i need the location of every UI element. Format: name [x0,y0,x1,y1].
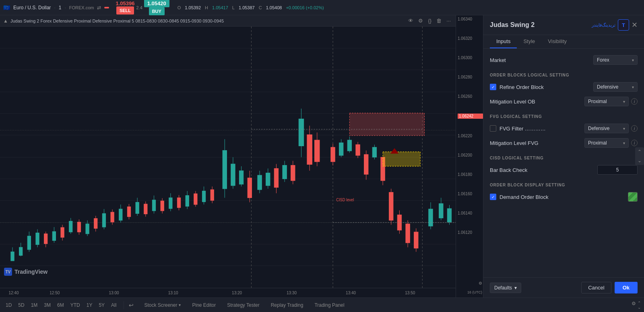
chart-watermark: TV TradingView [4,268,47,276]
replay-icon[interactable]: ↩ [129,302,134,308]
timeframe[interactable]: 1 [59,5,62,10]
mitigation-ob-info-icon[interactable]: i [631,98,638,105]
cancel-button[interactable]: Cancel [581,282,611,293]
time-label-1350: 13:50 [405,291,415,295]
delete-icon[interactable]: 🗑 [435,17,443,25]
chart-canvas[interactable]: CISD level TV TradingView [0,27,456,288]
svg-rect-58 [299,119,303,146]
mitigation-fvg-info-icon[interactable]: i [631,140,638,146]
tab-inputs[interactable]: Inputs [490,35,517,48]
tab-visibility[interactable]: Visibility [541,35,573,48]
svg-rect-20 [19,247,23,255]
ok-button[interactable]: Ok [615,282,638,293]
bar-back-input[interactable] [597,165,638,175]
brand-text: تریدینگ‌فایندر [592,23,615,28]
mitigation-fvg-dropdown[interactable]: Proximal ▾ [584,138,629,148]
bottom-nav-stock-screener[interactable]: Stock Screener ▾ [138,301,186,310]
svg-rect-80 [111,212,114,222]
mitigation-ob-dropdown[interactable]: Proximal ▾ [584,97,629,106]
price-change: +0.00016 (+0.02%) [286,5,324,10]
mitigation-fvg-dropdown-arrow: ▾ [623,141,625,145]
refine-dropdown[interactable]: Defensive ▾ [593,82,638,92]
refine-label: ✓ Refine Order Block [490,84,544,90]
fvg-filter-checkbox[interactable] [490,125,496,132]
ohlc-bar: O 1.05392 H 1.05417 L 1.05387 C 1.05408 … [178,5,324,10]
buy-button[interactable]: BUY [149,7,165,15]
period-1y[interactable]: 1Y [84,301,95,309]
mitigation-ob-label: Mitigation Level OB [490,99,535,105]
period-6m[interactable]: 6M [55,301,66,309]
sell-price: 1.05396 [116,0,134,6]
pine-editor-label: Pine Editor [192,302,216,308]
scroll-down-button[interactable]: ⌄ [635,156,644,165]
tab-style[interactable]: Style [517,35,541,48]
candlestick-chart: CISD level [0,27,456,288]
svg-rect-104 [331,147,335,162]
period-1m[interactable]: 1M [29,301,40,309]
l-label: L [232,5,235,10]
demand-ob-control [628,192,638,202]
close-button[interactable]: ✕ [632,21,638,29]
right-panel: Judas Swing 2 تریدینگ‌فایندر T ✕ Inputs … [483,15,644,298]
svg-rect-96 [274,168,278,187]
fvg-filter-dropdown[interactable]: Defensive ▾ [584,124,629,133]
bottom-settings-icon[interactable]: ⚙ [632,301,636,310]
mitigation-ob-label-text: Mitigation Level OB [490,99,535,105]
more-icon[interactable]: ··· [445,17,452,25]
svg-rect-24 [36,233,39,244]
fvg-filter-label: FVG Filter ………… [490,125,546,132]
fvg-filter-dropdown-arrow: ▾ [623,126,625,131]
mitigation-fvg-label-text: Mitigation Level FVG [490,140,539,146]
period-5y[interactable]: 5Y [96,301,107,309]
bottom-nav-replay-trading[interactable]: Replay Trading [265,301,309,310]
period-ytd[interactable]: YTD [68,301,83,309]
settings-gear-icon[interactable]: ⚙ [479,281,482,285]
arrow-down-icon[interactable]: ⌄ [638,305,641,310]
scroll-up-button[interactable]: ⌃ [635,147,644,156]
svg-rect-116 [406,224,410,243]
price-label: 1.06180 [458,172,483,177]
stock-screener-label: Stock Screener [144,302,177,308]
period-1d[interactable]: 1D [3,301,14,309]
mitigation-ob-dropdown-arrow: ▾ [623,99,625,104]
symbol-compare-icon[interactable]: ⇄ [97,5,101,10]
symbol-name: Euro / U.S. Dollar [13,5,51,10]
settings-icon[interactable]: ⚙ [417,17,425,25]
arrow-up-icon[interactable]: ⌃ [638,301,641,305]
market-dropdown[interactable]: Forex ▾ [593,55,638,65]
market-label: Market [490,57,506,63]
price-label: 1.06220 [458,134,483,138]
period-5d[interactable]: 5D [16,301,27,309]
svg-rect-64 [372,147,376,157]
defaults-dropdown[interactable]: Defaults ▾ [490,283,521,293]
sell-button[interactable]: SELL [116,6,134,14]
period-3m[interactable]: 3M [41,301,53,309]
mitigation-fvg-label: Mitigation Level FVG [490,140,539,146]
collapse-icon[interactable]: ▲ [3,18,8,24]
time-label-1340: 13:40 [346,291,356,295]
demand-color-swatch[interactable] [628,192,638,202]
panel-scroll[interactable]: Market Forex ▾ ORDER BLOCKS LOGICAL SETT… [483,49,644,277]
stock-screener-arrow: ▾ [179,303,181,307]
fvg-filter-info-icon[interactable]: i [631,125,638,132]
eye-icon[interactable]: 👁 [407,17,415,25]
lock-icon[interactable]: {} [426,17,433,25]
bar-back-label-text: Bar Back Check [490,167,527,173]
svg-rect-82 [127,207,130,217]
indicator-label[interactable]: Judas Swing 2 Forex Defensive Proximal D… [10,19,224,23]
price-label: 1.06140 [458,211,483,215]
price-label: 1.06320 [458,36,483,41]
chart-area: ▲ Judas Swing 2 Forex Defensive Proximal… [0,15,456,298]
refine-checkbox[interactable]: ✓ [490,84,496,90]
panel-body: Market Forex ▾ ORDER BLOCKS LOGICAL SETT… [483,49,644,216]
demand-ob-checkbox[interactable]: ✓ [490,194,496,200]
svg-rect-119 [349,113,424,136]
bottom-nav-strategy-tester[interactable]: Strategy Tester [221,301,265,310]
svg-rect-60 [339,143,343,155]
fvg-filter-row: FVG Filter ………… Defensive ▾ i [490,124,638,133]
bottom-nav-trading-panel[interactable]: Trading Panel [309,301,350,310]
utc-label: 16 (UTC) [467,290,482,294]
period-all[interactable]: All [109,301,119,309]
bar-back-control [597,165,638,175]
bottom-nav-pine-editor[interactable]: Pine Editor [186,301,221,310]
